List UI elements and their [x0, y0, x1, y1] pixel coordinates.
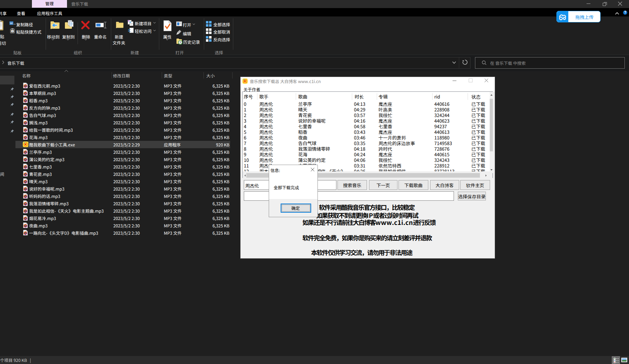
svg-text:W: W — [10, 22, 13, 25]
